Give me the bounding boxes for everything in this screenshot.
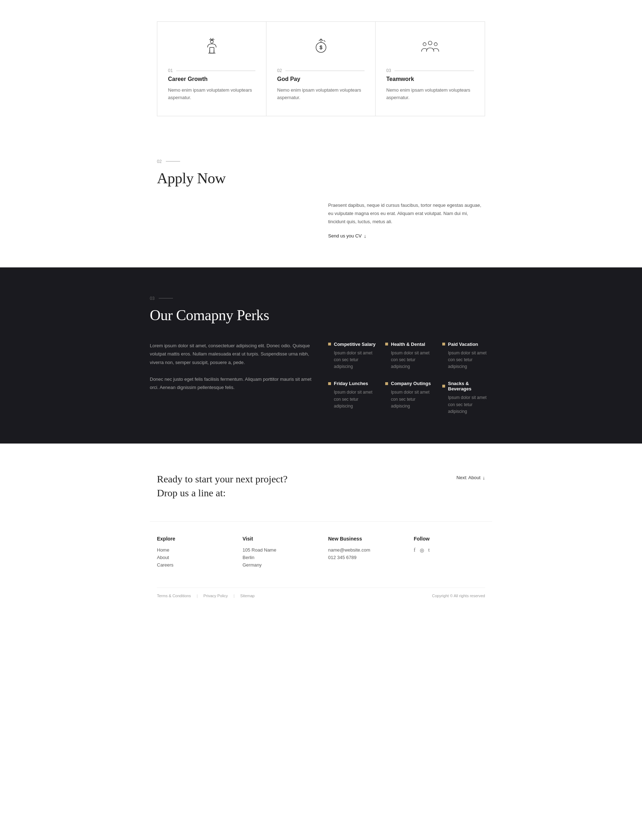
perk-competitive-salary-header: Competitive Salary xyxy=(328,342,378,347)
perks-title: Our Comapny Perks xyxy=(150,307,492,324)
perks-description: Lorem ipsum dolor sit amet, consectetuer… xyxy=(150,342,314,415)
perk-company-outings-title: Company Outings xyxy=(391,381,431,386)
apply-cv-link[interactable]: Send us you CV ↓ xyxy=(328,233,485,239)
perks-desc-2: Donec nec justo eget felis facilisis fer… xyxy=(150,375,314,392)
cta-next-arrow: ↓ xyxy=(483,475,485,481)
team-icon xyxy=(386,36,474,57)
cta-next-link[interactable]: Next: About ↓ xyxy=(457,472,485,481)
footer-link-about[interactable]: About xyxy=(157,555,228,560)
apply-title: Apply Now xyxy=(157,170,485,187)
perk-paid-vacation: Paid Vacation Ipsum dolor sit amet con s… xyxy=(442,342,492,371)
instagram-icon[interactable]: ◎ xyxy=(420,547,424,554)
perks-items: Competitive Salary Ipsum dolor sit amet … xyxy=(328,342,492,415)
svg-point-9 xyxy=(434,43,437,46)
perk-paid-vacation-title: Paid Vacation xyxy=(448,342,478,347)
pay-icon: $ xyxy=(277,36,365,57)
footer-copyright: Copyright © All rights reserved xyxy=(432,594,485,598)
footer-explore: Explore Home About Careers xyxy=(157,536,228,570)
perk-competitive-salary: Competitive Salary Ipsum dolor sit amet … xyxy=(328,342,378,371)
footer-visit: Visit 105 Road Name Berlin Germany xyxy=(243,536,314,570)
svg-rect-1 xyxy=(210,47,214,53)
card-title-2: God Pay xyxy=(277,76,365,83)
card-title-3: Teamwork xyxy=(386,76,474,83)
perk-snacks-beverages-text: Ipsum dolor sit amet con sec tetur adipi… xyxy=(442,394,492,415)
perk-friday-lunches-text: Ipsum dolor sit amet con sec tetur adipi… xyxy=(328,389,378,409)
career-icon xyxy=(168,36,255,57)
apply-text: Praesent dapibus, neque id cursus faucib… xyxy=(328,201,485,226)
perk-paid-vacation-header: Paid Vacation xyxy=(442,342,492,347)
apply-left xyxy=(157,201,314,239)
perk-snacks-beverages: Snacks & Beverages Ipsum dolor sit amet … xyxy=(442,381,492,415)
perk-company-outings-text: Ipsum dolor sit amet con sec tetur adipi… xyxy=(385,389,435,409)
facebook-icon[interactable]: f xyxy=(414,547,415,554)
footer-bottom-left: Terms & Conditions | Privacy Policy | Si… xyxy=(157,594,255,598)
card-number-1: 01 xyxy=(168,68,255,73)
card-teamwork: 03 Teamwork Nemo enim ipsam voluptatem v… xyxy=(376,22,485,116)
perk-snacks-beverages-title: Snacks & Beverages xyxy=(448,381,492,392)
cta-line1: Ready to start your next project? xyxy=(157,472,287,486)
perk-health-dental-text: Ipsum dolor sit amet con sec tetur adipi… xyxy=(385,350,435,371)
apply-section: 02 Apply Now Praesent dapibus, neque id … xyxy=(150,138,492,267)
apply-cv-label: Send us you CV xyxy=(328,233,362,238)
perk-competitive-salary-title: Competitive Salary xyxy=(334,342,376,347)
footer-phone: 012 345 6789 xyxy=(328,555,399,560)
perks-label: 03 xyxy=(150,296,492,301)
privacy-link[interactable]: Privacy Policy xyxy=(203,594,227,598)
svg-point-0 xyxy=(211,40,213,43)
terms-link[interactable]: Terms & Conditions xyxy=(157,594,191,598)
perks-layout: Lorem ipsum dolor sit amet, consectetuer… xyxy=(150,342,492,415)
card-number-3: 03 xyxy=(386,68,474,73)
sitemap-link[interactable]: Sitemap xyxy=(240,594,255,598)
footer-new-business: New Business name@website.com 012 345 67… xyxy=(328,536,399,570)
perk-bullet xyxy=(385,343,388,345)
perk-friday-lunches-title: Friday Lunches xyxy=(334,381,368,386)
twitter-icon[interactable]: t xyxy=(428,547,430,554)
perk-health-dental: Health & Dental Ipsum dolor sit amet con… xyxy=(385,342,435,371)
cards-grid: 01 Career Growth Nemo enim ipsam volupta… xyxy=(157,21,485,116)
cta-line2: Drop us a line at: xyxy=(157,486,287,500)
footer-address-1: 105 Road Name xyxy=(243,547,314,553)
perk-friday-lunches: Friday Lunches Ipsum dolor sit amet con … xyxy=(328,381,378,415)
footer-email: name@website.com xyxy=(328,547,399,553)
perk-bullet xyxy=(328,343,331,345)
perk-snacks-beverages-header: Snacks & Beverages xyxy=(442,381,492,392)
apply-right: Praesent dapibus, neque id cursus faucib… xyxy=(328,201,485,239)
apply-content: Praesent dapibus, neque id cursus faucib… xyxy=(157,201,485,239)
svg-point-8 xyxy=(423,43,426,46)
perk-bullet xyxy=(385,382,388,385)
cta-next-label: Next: About xyxy=(457,475,480,480)
perk-bullet xyxy=(328,382,331,385)
card-text-2: Nemo enim ipsam voluptatem voluptears as… xyxy=(277,87,365,102)
perks-grid: Competitive Salary Ipsum dolor sit amet … xyxy=(328,342,492,415)
sep-1: | xyxy=(196,594,198,598)
svg-text:$: $ xyxy=(319,45,323,50)
card-career: 01 Career Growth Nemo enim ipsam volupta… xyxy=(157,22,266,116)
footer-grid: Explore Home About Careers Visit 105 Roa… xyxy=(157,536,485,570)
perk-bullet xyxy=(442,385,445,388)
footer-new-business-title: New Business xyxy=(328,536,399,542)
cta-text: Ready to start your next project? Drop u… xyxy=(157,472,287,500)
card-title-1: Career Growth xyxy=(168,76,255,83)
footer-link-home[interactable]: Home xyxy=(157,547,228,553)
footer-address-3: Germany xyxy=(243,562,314,568)
apply-label: 02 xyxy=(157,159,485,164)
footer-link-careers[interactable]: Careers xyxy=(157,562,228,568)
card-pay: $ 02 God Pay Nemo enim ipsam voluptatem … xyxy=(266,22,376,116)
perks-section: 03 Our Comapny Perks Lorem ipsum dolor s… xyxy=(0,267,642,443)
footer-follow: Follow f ◎ t xyxy=(414,536,485,570)
footer-visit-title: Visit xyxy=(243,536,314,542)
svg-point-7 xyxy=(428,41,432,45)
footer-address-2: Berlin xyxy=(243,555,314,560)
perk-bullet xyxy=(442,343,445,345)
perks-desc-1: Lorem ipsum dolor sit amet, consectetuer… xyxy=(150,342,314,366)
footer-bottom: Terms & Conditions | Privacy Policy | Si… xyxy=(157,588,485,598)
perk-friday-lunches-header: Friday Lunches xyxy=(328,381,378,386)
perk-health-dental-title: Health & Dental xyxy=(391,342,425,347)
footer-follow-title: Follow xyxy=(414,536,485,542)
cards-section: 01 Career Growth Nemo enim ipsam volupta… xyxy=(150,0,492,138)
perk-paid-vacation-text: Ipsum dolor sit amet con sec tetur adipi… xyxy=(442,350,492,371)
perk-company-outings-header: Company Outings xyxy=(385,381,435,386)
cta-row: Ready to start your next project? Drop u… xyxy=(157,472,485,500)
card-text-1: Nemo enim ipsam voluptatem voluptears as… xyxy=(168,87,255,102)
perk-health-dental-header: Health & Dental xyxy=(385,342,435,347)
